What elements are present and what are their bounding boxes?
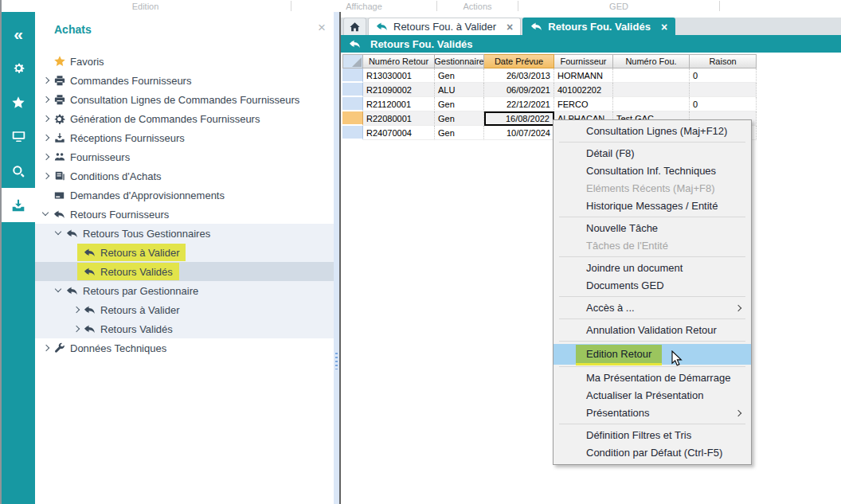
sidebar-item[interactable]: Favoris [35, 52, 334, 71]
chevron-right-icon[interactable] [40, 342, 53, 354]
sidebar-close-icon[interactable]: × [318, 20, 326, 36]
table-cell[interactable]: 22/12/2021 [484, 97, 554, 111]
sidebar-item[interactable]: Retours à Valider [35, 300, 334, 319]
table-cell[interactable]: R21090002 [363, 83, 435, 97]
rail-item[interactable] [2, 51, 35, 85]
row-selector-cell[interactable] [342, 111, 363, 126]
rail-item[interactable] [2, 85, 35, 119]
tab-close-icon[interactable]: × [661, 21, 667, 33]
sidebar-item[interactable]: Consultation Lignes de Commandes Fournis… [35, 90, 334, 109]
select-all-header[interactable] [342, 54, 363, 68]
rail-item[interactable]: « [2, 17, 35, 51]
column-header[interactable]: Numéro Fou. [613, 54, 690, 68]
table-cell[interactable]: R21120001 [363, 97, 435, 111]
column-header[interactable]: Gestionnaire [435, 54, 484, 68]
menu-item[interactable]: Historique Messages / Entité [553, 197, 751, 215]
menu-item[interactable]: Détail (F8) [553, 145, 751, 162]
chevron-right-icon[interactable] [40, 74, 53, 87]
sidebar-item[interactable]: Demandes d'Approvisionnements [35, 186, 334, 205]
row-selector-cell[interactable] [342, 68, 363, 83]
table-cell[interactable]: Gen [435, 126, 484, 140]
table-cell[interactable] [613, 97, 690, 111]
column-header[interactable]: Raison [690, 54, 757, 68]
column-header[interactable]: Fournisseur [554, 54, 613, 68]
menu-item[interactable]: Définition Filtres et Tris [553, 427, 751, 444]
sidebar-item[interactable]: Réceptions Fournisseurs [35, 128, 334, 147]
table-cell[interactable]: 0 [690, 97, 757, 111]
table-cell[interactable]: 26/03/2013 [484, 68, 554, 83]
menu-item[interactable]: Joindre un document [553, 260, 751, 277]
tab-active[interactable]: Retours Fou. Validés× [522, 18, 675, 35]
sidebar-item[interactable]: Retours Tous Gestionnaires [35, 224, 334, 243]
chevron-right-icon[interactable] [40, 131, 53, 144]
menu-item[interactable]: Nouvelle Tâche [553, 220, 751, 237]
chevron-down-icon[interactable] [53, 284, 65, 297]
table-cell[interactable]: R13030001 [363, 68, 435, 83]
table-row[interactable]: R21120001Gen22/12/2021FERCO 0 [342, 97, 757, 111]
chevron-right-icon[interactable] [70, 322, 83, 335]
table-cell[interactable]: 401002202 [554, 83, 613, 97]
menu-item[interactable]: Consultation Lignes (Maj+F12) [553, 123, 751, 140]
sidebar-item[interactable]: Données Techniques [35, 338, 334, 357]
sidebar-item[interactable]: Retours Validés [35, 319, 334, 338]
sidebar-item[interactable]: Commandes Fournisseurs [35, 71, 334, 90]
sidebar-item[interactable]: Fournisseurs [35, 147, 334, 166]
rail-item[interactable] [2, 188, 35, 222]
chevron-down-icon[interactable] [53, 227, 65, 240]
table-cell[interactable]: FERCO [554, 97, 613, 111]
reply-icon [65, 284, 79, 297]
table-cell[interactable]: R22080001 [363, 111, 435, 126]
table-cell[interactable] [613, 83, 690, 97]
rail-item[interactable] [2, 154, 35, 188]
table-cell[interactable]: ALU [435, 83, 484, 97]
tab-close-icon[interactable]: × [507, 21, 513, 33]
menu-item[interactable]: Présentations [553, 404, 751, 422]
table-row[interactable]: R21090002ALU06/09/2021401002202 [342, 83, 757, 97]
table-cell[interactable]: 06/09/2021 [484, 83, 554, 97]
column-header[interactable]: Date Prévue [484, 54, 554, 68]
table-cell[interactable]: Gen [435, 68, 484, 83]
table-cell[interactable]: R24070004 [363, 126, 435, 140]
table-row[interactable]: R13030001Gen26/03/2013HORMANN 0 [342, 68, 757, 83]
row-selector-cell[interactable] [342, 83, 363, 97]
window-edge [0, 0, 2, 504]
chevron-spacer [40, 189, 53, 201]
row-selector-cell[interactable] [342, 97, 363, 111]
menu-item[interactable]: Accès à ... [553, 299, 751, 317]
sidebar-item[interactable]: Conditions d'Achats [35, 166, 334, 186]
rail-item[interactable] [2, 119, 35, 154]
chevron-right-icon[interactable] [40, 150, 53, 163]
menu-item[interactable]: Documents GED [553, 277, 751, 295]
tab-home[interactable] [343, 18, 366, 35]
sidebar-item[interactable]: Retours par Gestionnaire [35, 281, 334, 300]
table-cell[interactable]: 10/07/2024 [484, 126, 554, 140]
table-cell[interactable] [613, 68, 690, 83]
sidebar-item[interactable]: Génération de Commandes Fournisseurs [35, 109, 334, 128]
menu-item[interactable]: Ma Présentation de Démarrage [553, 369, 751, 387]
table-cell[interactable]: Gen [435, 111, 484, 126]
menu-separator [559, 366, 745, 367]
table-cell[interactable]: 0 [690, 68, 757, 83]
menu-item[interactable]: Actualiser la Présentation [553, 387, 751, 404]
row-selector-cell[interactable] [342, 126, 363, 140]
tab-inactive[interactable]: Retours Fou. à Valider× [368, 18, 521, 35]
table-cell[interactable] [690, 83, 757, 97]
chevron-right-icon[interactable] [40, 112, 53, 125]
chevron-down-icon[interactable] [40, 208, 53, 221]
menu-separator [559, 217, 745, 217]
table-cell[interactable]: HORMANN [554, 68, 613, 83]
chevron-right-icon[interactable] [70, 303, 83, 316]
menu-item[interactable]: Consultation Inf. Techniques [553, 162, 751, 180]
chevron-right-icon[interactable] [40, 170, 53, 182]
chevron-right-icon[interactable] [40, 93, 53, 106]
column-header[interactable]: Numéro Retour [363, 54, 435, 68]
sidebar-item[interactable]: Retours à Valider [35, 243, 334, 262]
sidebar-item[interactable]: Retours Fournisseurs [35, 205, 334, 224]
table-cell[interactable]: Gen [435, 97, 484, 111]
sidebar-scrollbar[interactable] [334, 12, 339, 504]
menu-item[interactable]: Edition Retour [553, 344, 751, 365]
table-cell[interactable]: 16/08/2022 [484, 111, 554, 126]
sidebar-item[interactable]: Retours Validés [35, 262, 334, 281]
menu-item[interactable]: Annulation Validation Retour [553, 322, 751, 339]
menu-item[interactable]: Condition par Défaut (Ctrl-F5) [553, 444, 751, 462]
